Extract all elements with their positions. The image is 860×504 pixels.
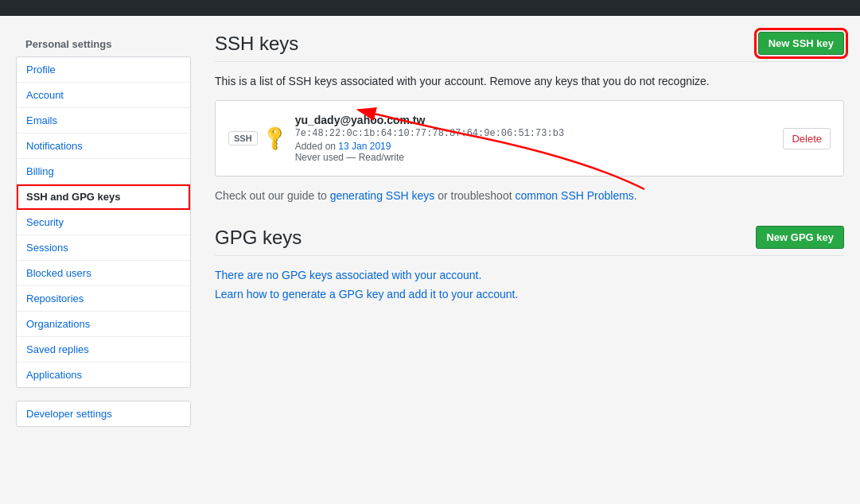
ssh-guide-text: Check out our guide to generating SSH ke… [215, 189, 844, 202]
sidebar-item-developer-settings[interactable]: Developer settings [17, 401, 190, 426]
main-nav-section: Personal settings Profile Account Emails… [16, 32, 191, 388]
common-ssh-problems-link[interactable]: common SSH Problems [515, 189, 633, 202]
gpg-learn-end: . [515, 288, 518, 300]
key-icon: 🔑 [259, 123, 289, 153]
sidebar: Personal settings Profile Account Emails… [16, 32, 191, 488]
sidebar-item-organizations[interactable]: Organizations [17, 312, 190, 337]
sidebar-item-billing[interactable]: Billing [17, 159, 190, 184]
guide-prefix: Check out our guide to [215, 189, 330, 202]
key-usage: Never used — Read/write [295, 152, 774, 163]
dev-sidebar-nav: Developer settings [16, 401, 191, 427]
key-fingerprint: 7e:48:22:0c:1b:64:10:77:78:87:64:9e:06:5… [295, 128, 774, 139]
sidebar-item-applications[interactable]: Applications [17, 362, 190, 387]
key-meta: Added on 13 Jan 2019 [295, 141, 774, 152]
page-layout: Personal settings Profile Account Emails… [0, 16, 860, 504]
gpg-section-header: GPG keys New GPG key [215, 226, 844, 256]
sidebar-item-security[interactable]: Security [17, 210, 190, 235]
sidebar-nav: Profile Account Emails Notifications Bil… [16, 56, 191, 388]
sidebar-item-profile[interactable]: Profile [17, 57, 190, 83]
delete-key-button[interactable]: Delete [783, 128, 831, 149]
generating-ssh-keys-link[interactable]: generating SSH keys [330, 189, 435, 202]
gpg-keys-section: GPG keys New GPG key There are no GPG ke… [215, 226, 844, 300]
ssh-section-title: SSH keys [215, 33, 298, 55]
gpg-no-keys-text: There are no GPG keys associated with yo… [215, 269, 844, 281]
guide-end: . [634, 189, 637, 202]
sidebar-heading: Personal settings [16, 32, 191, 56]
sidebar-item-saved-replies[interactable]: Saved replies [17, 337, 190, 362]
sidebar-item-notifications[interactable]: Notifications [17, 134, 190, 159]
sidebar-item-account[interactable]: Account [17, 83, 190, 108]
gpg-learn-prefix: Learn how to [215, 288, 282, 300]
ssh-badge: SSH [228, 131, 258, 145]
key-email: yu_dady@yahoo.com.tw [295, 114, 774, 126]
gpg-learn-link[interactable]: generate a GPG key and add it to your ac… [282, 288, 516, 300]
new-ssh-key-button[interactable]: New SSH key [758, 32, 844, 55]
sidebar-item-sessions[interactable]: Sessions [17, 235, 190, 261]
key-added-prefix: Added on [295, 141, 339, 152]
sidebar-item-repositories[interactable]: Repositories [17, 286, 190, 312]
key-info: yu_dady@yahoo.com.tw 7e:48:22:0c:1b:64:1… [295, 114, 774, 163]
key-icon-area: SSH 🔑 [228, 128, 286, 149]
sidebar-item-emails[interactable]: Emails [17, 108, 190, 134]
gpg-learn-text: Learn how to generate a GPG key and add … [215, 288, 844, 300]
ssh-key-card: SSH 🔑 yu_dady@yahoo.com.tw 7e:48:22:0c:1… [215, 100, 844, 176]
gpg-section-title: GPG keys [215, 227, 302, 249]
sidebar-item-blocked-users[interactable]: Blocked users [17, 261, 190, 286]
key-added-date[interactable]: 13 Jan 2019 [338, 141, 391, 152]
sidebar-item-ssh-gpg-keys[interactable]: SSH and GPG keys [17, 184, 190, 210]
main-content: SSH keys New SSH key This is a list of S… [215, 32, 844, 488]
ssh-description: This is a list of SSH keys associated wi… [215, 75, 844, 87]
ssh-keys-section: SSH keys New SSH key This is a list of S… [215, 32, 844, 202]
dev-nav-section: Developer settings [16, 401, 191, 427]
new-gpg-key-button[interactable]: New GPG key [756, 226, 844, 249]
guide-middle: or troubleshoot [434, 189, 515, 202]
ssh-section-header: SSH keys New SSH key [215, 32, 844, 62]
top-bar [0, 0, 860, 16]
